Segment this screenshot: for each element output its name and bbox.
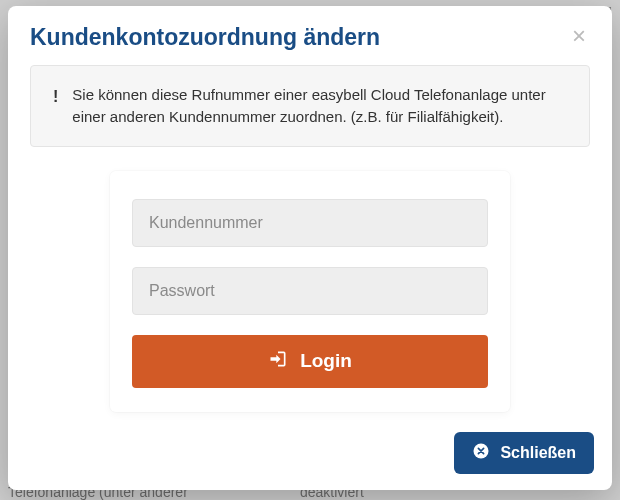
modal-title: Kundenkontozuordnung ändern	[30, 24, 380, 51]
sign-in-icon	[268, 349, 288, 374]
alert-text: Sie können diese Rufnummer einer easybel…	[72, 84, 567, 128]
modal-body: ! Sie können diese Rufnummer einer easyb…	[8, 65, 612, 422]
modal-footer: Schließen	[8, 422, 612, 490]
modal-dialog: Kundenkontozuordnung ändern × ! Sie könn…	[8, 6, 612, 490]
close-button-label: Schließen	[500, 444, 576, 462]
password-input[interactable]	[132, 267, 488, 315]
close-button[interactable]: Schließen	[454, 432, 594, 474]
modal-header: Kundenkontozuordnung ändern ×	[8, 6, 612, 65]
login-button-label: Login	[300, 350, 352, 372]
close-icon[interactable]: ×	[568, 24, 590, 48]
login-card: Login	[110, 171, 510, 412]
close-circle-icon	[472, 442, 490, 464]
info-alert: ! Sie können diese Rufnummer einer easyb…	[30, 65, 590, 147]
login-button[interactable]: Login	[132, 335, 488, 388]
exclamation-icon: !	[53, 85, 58, 128]
customer-number-input[interactable]	[132, 199, 488, 247]
